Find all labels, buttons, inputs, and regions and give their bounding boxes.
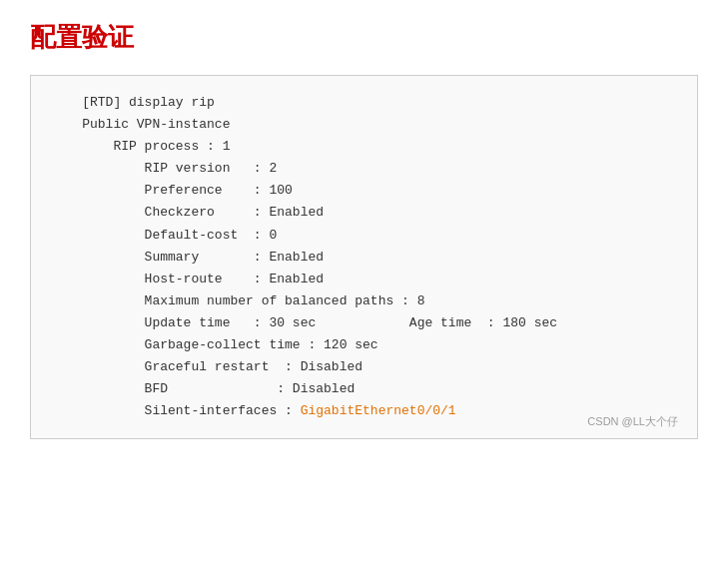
- watermark: CSDN @LL大个仔: [587, 414, 678, 429]
- terminal-line: Default-cost : 0: [51, 225, 677, 247]
- terminal-line: Public VPN-instance: [51, 114, 677, 136]
- terminal-line: Graceful restart : Disabled: [51, 356, 677, 378]
- terminal-wrapper: [RTD] display rip Public VPN-instance RI…: [30, 75, 698, 439]
- terminal-line: Update time : 30 sec Age time : 180 sec: [51, 312, 677, 334]
- terminal-line: Maximum number of balanced paths : 8: [51, 290, 677, 312]
- terminal-line: BFD : Disabled: [51, 378, 677, 400]
- terminal-line: [RTD] display rip: [51, 92, 677, 114]
- terminal-line-summary: Summary : Enabled: [51, 247, 677, 269]
- terminal-box: [RTD] display rip Public VPN-instance RI…: [30, 75, 698, 439]
- page-title: 配置验证: [30, 20, 698, 55]
- terminal-line: Preference : 100: [51, 180, 677, 202]
- terminal-line: RIP version : 2: [51, 158, 677, 180]
- terminal-line: Checkzero : Enabled: [51, 202, 677, 224]
- terminal-line: Host-route : Enabled: [51, 269, 677, 290]
- terminal-line: RIP process : 1: [51, 136, 677, 158]
- terminal-line-silent: Silent-interfaces : GigabitEthernet0/0/1: [51, 400, 677, 422]
- silent-interface-value: GigabitEthernet0/0/1: [301, 403, 456, 418]
- terminal-line: Garbage-collect time : 120 sec: [51, 334, 677, 356]
